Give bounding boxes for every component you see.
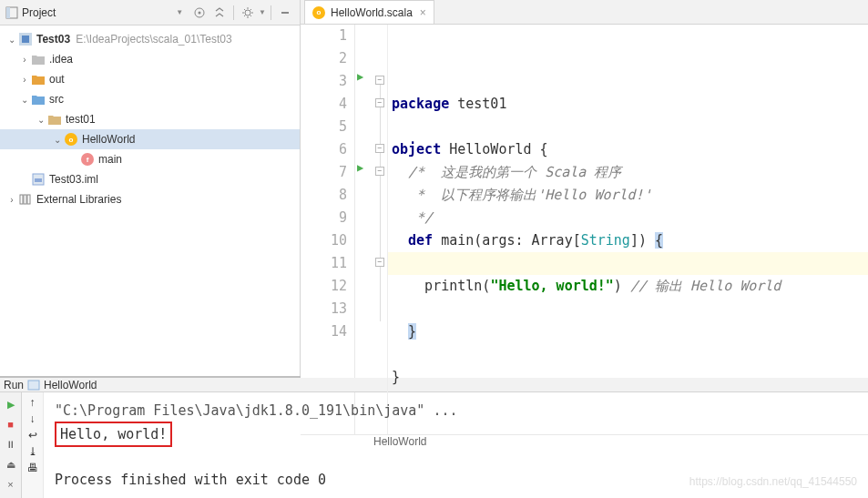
code-text: } <box>392 369 400 385</box>
line-num: 3 <box>301 70 347 93</box>
code-text: ) <box>614 278 630 294</box>
line-num: 5 <box>301 116 347 138</box>
line-num: 1 <box>301 25 347 47</box>
close-tab-icon[interactable]: × <box>420 6 426 19</box>
run-toolbar-secondary: ↑ ↓ ↩ ⤓ 🖶 <box>22 392 44 498</box>
project-tree: ⌄ Test03 E:\IdeaProjects\scala_01\Test03… <box>0 25 300 213</box>
down-icon[interactable]: ↓ <box>30 412 36 425</box>
tree-label: src <box>49 93 64 106</box>
code-text: test01 <box>449 96 506 112</box>
hide-icon[interactable] <box>276 4 294 22</box>
console-output[interactable]: "C:\Program Files\Java\jdk1.8.0_191\bin\… <box>44 392 868 498</box>
wrap-icon[interactable]: ↩ <box>28 429 37 442</box>
line-num: 7 <box>301 161 347 184</box>
line-num: 4 <box>301 93 347 116</box>
tree-label: External Libraries <box>36 193 121 206</box>
tree-item-package[interactable]: ⌄ test01 <box>0 109 300 129</box>
run-body: ▶ ■ ⏸ ⏏ × ↑ ↓ ↩ ⤓ 🖶 "C:\Program Files\Ja… <box>0 392 868 498</box>
package-icon <box>47 112 62 127</box>
tab-label: HelloWorld.scala <box>331 6 413 19</box>
brace-highlight: } <box>408 323 416 340</box>
expand-icon[interactable]: ⌄ <box>35 115 47 125</box>
tab-helloworld[interactable]: o HelloWorld.scala × <box>304 0 434 24</box>
svg-rect-12 <box>27 195 30 204</box>
function-icon: f <box>80 152 95 167</box>
scala-icon: o <box>312 6 325 19</box>
pause-icon[interactable]: ⏸ <box>3 436 19 452</box>
code-editor[interactable]: 1 2 3 4 5 6 7 8 9 10 11 12 13 14 ▶ ▶ − <box>301 25 868 434</box>
fold-icon[interactable]: − <box>375 76 384 85</box>
project-name: Test03 <box>36 33 70 46</box>
tree-item-external-libs[interactable]: › External Libraries <box>0 189 300 209</box>
collapse-icon[interactable]: › <box>18 55 31 65</box>
code-comment: // 输出 Hello World <box>630 278 781 294</box>
collapse-all-icon[interactable] <box>210 4 229 22</box>
run-gutter-icon[interactable]: ▶ <box>357 161 363 174</box>
print-icon[interactable]: 🖶 <box>27 462 38 474</box>
fold-icon[interactable]: − <box>375 167 384 176</box>
iml-icon <box>31 172 46 187</box>
stop-icon[interactable]: ■ <box>3 416 19 432</box>
run-config-name[interactable]: HelloWorld <box>44 379 97 391</box>
fold-icon[interactable]: − <box>375 144 384 153</box>
sidebar-title[interactable]: Project <box>22 6 174 19</box>
collapse-icon[interactable]: › <box>5 195 18 205</box>
svg-rect-10 <box>20 195 23 204</box>
line-num: 13 <box>301 298 347 320</box>
tree-label: .idea <box>49 53 73 66</box>
svg-rect-1 <box>6 7 10 18</box>
code-text: ]) <box>630 232 655 249</box>
fold-icon[interactable]: − <box>375 98 384 107</box>
rerun-icon[interactable]: ▶ <box>3 396 19 412</box>
brace-highlight: { <box>655 232 663 249</box>
exit-icon[interactable]: ⏏ <box>3 456 19 473</box>
tree-item-helloworld[interactable]: ⌄ o HelloWorld <box>0 129 300 149</box>
code-text: main(args: Array[ <box>433 232 581 249</box>
collapse-icon[interactable]: › <box>18 75 31 85</box>
tree-item-iml[interactable]: Test03.iml <box>0 169 300 189</box>
run-gutter-icon[interactable]: ▶ <box>357 70 363 83</box>
module-icon <box>18 32 33 46</box>
code-comment: */ <box>408 209 433 226</box>
run-title[interactable]: Run <box>4 379 24 391</box>
line-num: 12 <box>301 275 347 298</box>
code-kw: package <box>392 96 449 112</box>
tree-project-root[interactable]: ⌄ Test03 E:\IdeaProjects\scala_01\Test03 <box>0 29 300 49</box>
code-kw: object <box>392 141 441 158</box>
svg-rect-11 <box>24 195 26 204</box>
line-num: 2 <box>301 47 347 70</box>
line-num: 8 <box>301 184 347 207</box>
tree-item-main[interactable]: f main <box>0 149 300 169</box>
code-string: "Hello, world!" <box>490 278 613 294</box>
code-comment: * 以下程序将输出'Hello World!' <box>408 187 652 203</box>
svg-rect-7 <box>22 36 29 43</box>
expand-icon[interactable]: ⌄ <box>51 135 64 145</box>
console-command: "C:\Program Files\Java\jdk1.8.0_191\bin\… <box>55 400 857 422</box>
close-icon[interactable]: × <box>3 476 19 493</box>
tree-item-out[interactable]: › out <box>0 69 300 89</box>
gear-dropdown-icon[interactable]: ▼ <box>259 8 266 16</box>
tree-item-src[interactable]: ⌄ src <box>0 89 300 109</box>
tree-label: HelloWorld <box>82 133 135 146</box>
tree-item-idea[interactable]: › .idea <box>0 49 300 69</box>
console-output-highlighted: Hello, world! <box>55 422 172 447</box>
fold-icon[interactable]: − <box>375 258 384 267</box>
editor-area: o HelloWorld.scala × 1 2 3 4 5 6 7 8 9 1… <box>301 0 868 376</box>
scroll-icon[interactable]: ⤓ <box>28 445 37 458</box>
code-type: String <box>581 232 630 249</box>
separator <box>271 5 271 20</box>
up-icon[interactable]: ↑ <box>30 396 36 409</box>
svg-point-4 <box>245 10 250 15</box>
gear-icon[interactable] <box>239 4 257 22</box>
svg-rect-9 <box>35 178 42 182</box>
code-content[interactable]: package test01 object HelloWorld { /* 这是… <box>388 25 868 434</box>
fold-column: − − − − − <box>373 25 388 434</box>
code-text: println( <box>408 278 490 294</box>
expand-icon[interactable]: ⌄ <box>5 35 18 45</box>
gutter-markers: ▶ ▶ <box>355 25 373 434</box>
expand-icon[interactable]: ⌄ <box>18 95 31 105</box>
line-num: 6 <box>301 138 347 161</box>
locate-icon[interactable] <box>190 4 209 22</box>
view-dropdown-icon[interactable]: ▼ <box>176 8 183 16</box>
separator <box>233 5 234 20</box>
